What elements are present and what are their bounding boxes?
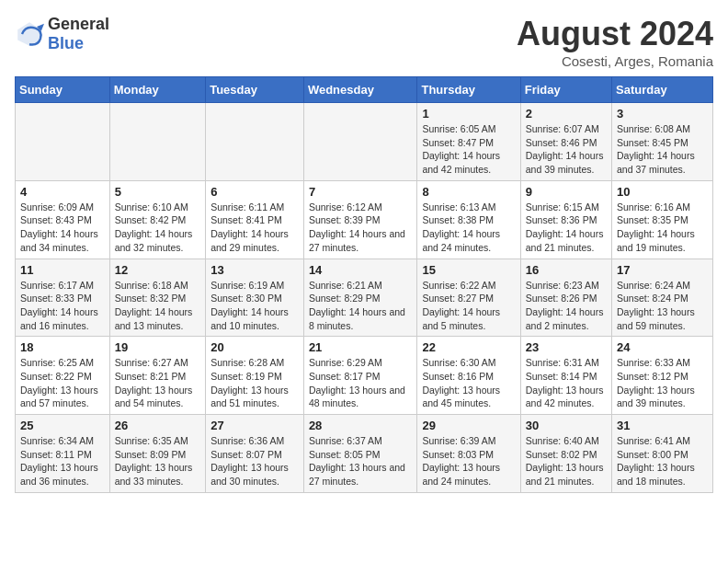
day-number: 12 [115, 263, 200, 277]
weekday-header: Friday [520, 77, 611, 103]
day-number: 30 [526, 419, 607, 432]
day-info: Sunrise: 6:33 AM Sunset: 8:12 PM Dayligh… [617, 356, 708, 410]
calendar-cell: 22Sunrise: 6:30 AM Sunset: 8:16 PM Dayli… [417, 337, 520, 415]
calendar-cell: 21Sunrise: 6:29 AM Sunset: 8:17 PM Dayli… [303, 337, 417, 415]
logo: General Blue [15, 15, 109, 53]
logo-general: General [48, 15, 109, 33]
weekday-header: Monday [109, 77, 205, 103]
day-number: 5 [115, 185, 200, 199]
day-info: Sunrise: 6:13 AM Sunset: 8:38 PM Dayligh… [422, 201, 515, 255]
logo-blue: Blue [48, 34, 84, 52]
calendar-cell: 15Sunrise: 6:22 AM Sunset: 8:27 PM Dayli… [417, 259, 520, 337]
calendar-week-row: 4Sunrise: 6:09 AM Sunset: 8:43 PM Daylig… [16, 180, 713, 259]
calendar-cell: 30Sunrise: 6:40 AM Sunset: 8:02 PM Dayli… [520, 415, 611, 493]
calendar-cell: 11Sunrise: 6:17 AM Sunset: 8:33 PM Dayli… [16, 259, 110, 337]
calendar-cell [303, 103, 417, 181]
day-info: Sunrise: 6:36 AM Sunset: 8:07 PM Dayligh… [210, 434, 299, 488]
calendar-cell: 7Sunrise: 6:12 AM Sunset: 8:39 PM Daylig… [303, 180, 417, 259]
day-number: 24 [617, 340, 708, 354]
day-info: Sunrise: 6:23 AM Sunset: 8:26 PM Dayligh… [526, 279, 607, 333]
calendar-cell: 10Sunrise: 6:16 AM Sunset: 8:35 PM Dayli… [612, 180, 713, 259]
day-number: 16 [526, 263, 607, 277]
calendar-cell: 20Sunrise: 6:28 AM Sunset: 8:19 PM Dayli… [206, 337, 304, 415]
day-info: Sunrise: 6:07 AM Sunset: 8:46 PM Dayligh… [526, 122, 607, 177]
calendar-cell: 13Sunrise: 6:19 AM Sunset: 8:30 PM Dayli… [206, 259, 304, 337]
day-number: 23 [526, 340, 607, 354]
day-info: Sunrise: 6:15 AM Sunset: 8:36 PM Dayligh… [526, 201, 607, 255]
day-info: Sunrise: 6:34 AM Sunset: 8:11 PM Dayligh… [20, 434, 105, 488]
day-number: 21 [309, 340, 413, 354]
day-info: Sunrise: 6:25 AM Sunset: 8:22 PM Dayligh… [20, 356, 105, 410]
calendar-week-row: 11Sunrise: 6:17 AM Sunset: 8:33 PM Dayli… [16, 259, 713, 337]
day-info: Sunrise: 6:37 AM Sunset: 8:05 PM Dayligh… [309, 434, 413, 488]
day-number: 25 [20, 419, 105, 432]
day-number: 11 [20, 263, 105, 277]
weekday-header: Thursday [417, 77, 520, 103]
day-info: Sunrise: 6:40 AM Sunset: 8:02 PM Dayligh… [526, 434, 607, 488]
calendar-cell: 29Sunrise: 6:39 AM Sunset: 8:03 PM Dayli… [417, 415, 520, 493]
calendar-cell: 1Sunrise: 6:05 AM Sunset: 8:47 PM Daylig… [417, 103, 520, 181]
day-info: Sunrise: 6:12 AM Sunset: 8:39 PM Dayligh… [309, 201, 413, 255]
logo-icon [15, 19, 44, 49]
calendar-cell: 8Sunrise: 6:13 AM Sunset: 8:38 PM Daylig… [417, 180, 520, 259]
calendar-cell: 17Sunrise: 6:24 AM Sunset: 8:24 PM Dayli… [612, 259, 713, 337]
main-title: August 2024 [517, 15, 713, 53]
calendar-cell: 28Sunrise: 6:37 AM Sunset: 8:05 PM Dayli… [303, 415, 417, 493]
weekday-header-row: SundayMondayTuesdayWednesdayThursdayFrid… [16, 77, 713, 103]
calendar-cell: 16Sunrise: 6:23 AM Sunset: 8:26 PM Dayli… [520, 259, 611, 337]
calendar-cell: 12Sunrise: 6:18 AM Sunset: 8:32 PM Dayli… [109, 259, 205, 337]
calendar-cell: 4Sunrise: 6:09 AM Sunset: 8:43 PM Daylig… [16, 180, 110, 259]
day-info: Sunrise: 6:19 AM Sunset: 8:30 PM Dayligh… [210, 279, 299, 333]
weekday-header: Wednesday [303, 77, 417, 103]
calendar-cell: 24Sunrise: 6:33 AM Sunset: 8:12 PM Dayli… [612, 337, 713, 415]
day-info: Sunrise: 6:17 AM Sunset: 8:33 PM Dayligh… [20, 279, 105, 333]
calendar-cell [206, 103, 304, 181]
calendar-cell: 14Sunrise: 6:21 AM Sunset: 8:29 PM Dayli… [303, 259, 417, 337]
calendar-cell [16, 103, 110, 181]
day-info: Sunrise: 6:27 AM Sunset: 8:21 PM Dayligh… [115, 356, 200, 410]
calendar-cell: 19Sunrise: 6:27 AM Sunset: 8:21 PM Dayli… [109, 337, 205, 415]
day-number: 22 [422, 340, 515, 354]
day-number: 4 [20, 185, 105, 199]
day-number: 28 [309, 419, 413, 432]
day-number: 1 [422, 107, 515, 121]
day-number: 13 [210, 263, 299, 277]
header: General Blue August 2024 Cosesti, Arges,… [15, 15, 713, 69]
calendar-cell: 5Sunrise: 6:10 AM Sunset: 8:42 PM Daylig… [109, 180, 205, 259]
calendar-cell: 3Sunrise: 6:08 AM Sunset: 8:45 PM Daylig… [612, 103, 713, 181]
day-info: Sunrise: 6:22 AM Sunset: 8:27 PM Dayligh… [422, 279, 515, 333]
day-info: Sunrise: 6:24 AM Sunset: 8:24 PM Dayligh… [617, 279, 708, 333]
calendar-cell: 27Sunrise: 6:36 AM Sunset: 8:07 PM Dayli… [206, 415, 304, 493]
day-number: 17 [617, 263, 708, 277]
calendar-cell: 18Sunrise: 6:25 AM Sunset: 8:22 PM Dayli… [16, 337, 110, 415]
day-info: Sunrise: 6:11 AM Sunset: 8:41 PM Dayligh… [210, 201, 299, 255]
day-info: Sunrise: 6:39 AM Sunset: 8:03 PM Dayligh… [422, 434, 515, 488]
calendar-cell: 23Sunrise: 6:31 AM Sunset: 8:14 PM Dayli… [520, 337, 611, 415]
day-info: Sunrise: 6:16 AM Sunset: 8:35 PM Dayligh… [617, 201, 708, 255]
calendar-table: SundayMondayTuesdayWednesdayThursdayFrid… [15, 76, 713, 493]
weekday-header: Tuesday [206, 77, 304, 103]
day-info: Sunrise: 6:18 AM Sunset: 8:32 PM Dayligh… [115, 279, 200, 333]
day-number: 9 [526, 185, 607, 199]
day-info: Sunrise: 6:05 AM Sunset: 8:47 PM Dayligh… [422, 122, 515, 177]
day-info: Sunrise: 6:09 AM Sunset: 8:43 PM Dayligh… [20, 201, 105, 255]
day-number: 29 [422, 419, 515, 432]
day-number: 19 [115, 340, 200, 354]
calendar-week-row: 18Sunrise: 6:25 AM Sunset: 8:22 PM Dayli… [16, 337, 713, 415]
calendar-week-row: 25Sunrise: 6:34 AM Sunset: 8:11 PM Dayli… [16, 415, 713, 493]
day-number: 6 [210, 185, 299, 199]
weekday-header: Sunday [16, 77, 110, 103]
title-area: August 2024 Cosesti, Arges, Romania [517, 15, 713, 69]
calendar-cell: 31Sunrise: 6:41 AM Sunset: 8:00 PM Dayli… [612, 415, 713, 493]
day-number: 27 [210, 419, 299, 432]
day-info: Sunrise: 6:35 AM Sunset: 8:09 PM Dayligh… [115, 434, 200, 488]
subtitle: Cosesti, Arges, Romania [517, 53, 713, 69]
logo-text: General Blue [48, 15, 109, 53]
calendar-cell: 6Sunrise: 6:11 AM Sunset: 8:41 PM Daylig… [206, 180, 304, 259]
day-info: Sunrise: 6:08 AM Sunset: 8:45 PM Dayligh… [617, 122, 708, 177]
day-info: Sunrise: 6:31 AM Sunset: 8:14 PM Dayligh… [526, 356, 607, 410]
day-info: Sunrise: 6:28 AM Sunset: 8:19 PM Dayligh… [210, 356, 299, 410]
calendar-cell: 26Sunrise: 6:35 AM Sunset: 8:09 PM Dayli… [109, 415, 205, 493]
day-number: 2 [526, 107, 607, 121]
day-number: 18 [20, 340, 105, 354]
